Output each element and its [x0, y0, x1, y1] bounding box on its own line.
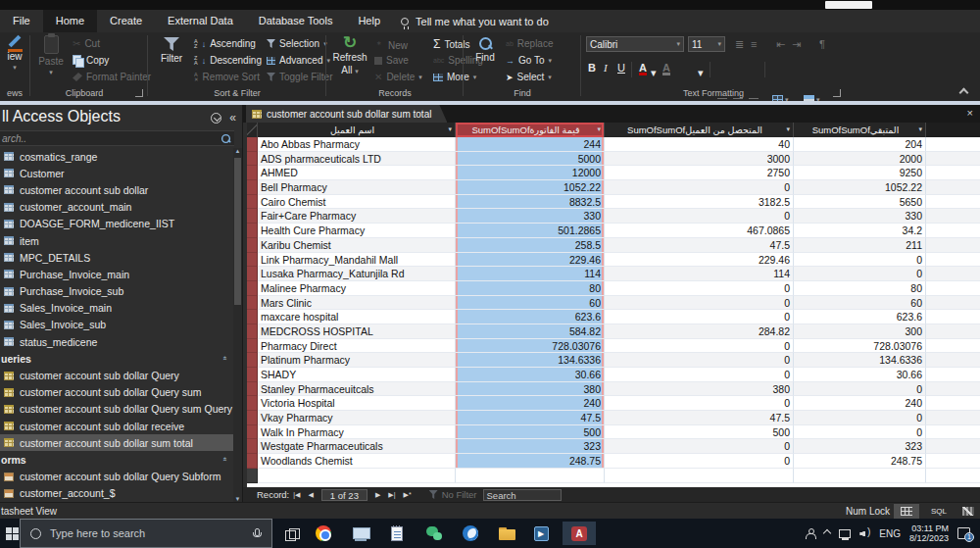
- row-selector[interactable]: [247, 238, 258, 253]
- value-cell[interactable]: 467.0865: [605, 224, 794, 238]
- value-cell[interactable]: 30.66: [456, 368, 605, 382]
- value-cell[interactable]: 30.66: [794, 368, 926, 382]
- value-cell[interactable]: 2000: [794, 152, 926, 167]
- new-record-button[interactable]: ▶*: [404, 491, 412, 499]
- value-cell[interactable]: 584.82: [456, 324, 605, 339]
- sidebar-item-table[interactable]: Customer: [0, 165, 234, 181]
- value-cell[interactable]: 330: [456, 209, 605, 224]
- value-cell[interactable]: 258.5: [456, 238, 605, 253]
- row-selector[interactable]: [247, 382, 258, 397]
- previous-record-button[interactable]: ◀: [308, 491, 313, 499]
- ribbon-tab-external-data[interactable]: External Data: [155, 10, 246, 32]
- taskbar-remote-desktop[interactable]: [349, 522, 372, 545]
- value-cell[interactable]: 0: [794, 253, 926, 268]
- value-cell[interactable]: 134.6336: [456, 353, 605, 368]
- value-cell[interactable]: 0: [605, 209, 794, 224]
- value-cell[interactable]: 0: [605, 368, 794, 382]
- value-cell[interactable]: 47.5: [456, 411, 605, 425]
- close-icon[interactable]: ×: [967, 107, 973, 120]
- value-cell[interactable]: 300: [794, 324, 926, 339]
- taskbar-wechat[interactable]: [422, 522, 446, 545]
- value-cell[interactable]: 211: [794, 238, 926, 253]
- row-selector[interactable]: [247, 296, 258, 311]
- sidebar-item-table[interactable]: item: [0, 232, 234, 249]
- value-cell[interactable]: 2750: [605, 166, 794, 180]
- customer-name-cell[interactable]: Cairo Chemist: [258, 195, 456, 210]
- action-center-icon[interactable]: 1: [957, 527, 970, 539]
- taskbar-thunderbird[interactable]: [459, 522, 482, 545]
- bold-button[interactable]: B: [588, 62, 596, 74]
- row-selector[interactable]: [247, 310, 258, 324]
- view-button[interactable]: iew ▾: [2, 35, 27, 72]
- scrollbar-thumb[interactable]: [234, 158, 241, 305]
- customer-name-cell[interactable]: Karibu Chemist: [258, 238, 456, 253]
- ribbon-tab-create[interactable]: Create: [97, 10, 155, 32]
- value-cell[interactable]: 323: [456, 439, 605, 454]
- customer-name-cell[interactable]: Lusaka Pharmacy_Katunjila Rd: [258, 267, 456, 281]
- row-selector[interactable]: [247, 166, 258, 180]
- customer-name-cell[interactable]: Westgate Pharmaceuticals: [258, 439, 456, 454]
- customer-name-cell[interactable]: AHMED: [258, 166, 456, 180]
- remove-sort-button[interactable]: A✕Remove Sort: [194, 72, 260, 82]
- toggle-filter-button[interactable]: Toggle Filter: [267, 72, 332, 82]
- nav-group-header[interactable]: orms«: [0, 451, 234, 468]
- value-cell[interactable]: 204: [794, 137, 926, 152]
- taskbar-search-box[interactable]: Type here to search: [20, 519, 272, 548]
- value-cell[interactable]: 229.46: [605, 253, 794, 268]
- customer-name-cell[interactable]: Health Cure Pharmacy: [258, 224, 456, 238]
- value-cell[interactable]: 284.82: [605, 324, 794, 339]
- ascending-button[interactable]: AZ↓Ascending: [194, 38, 256, 49]
- value-cell[interactable]: 500: [456, 425, 605, 440]
- highlight-color-button[interactable]: A: [662, 63, 670, 75]
- value-cell[interactable]: 80: [456, 281, 605, 296]
- last-record-button[interactable]: ▶|: [388, 491, 395, 499]
- new-record-button[interactable]: ＊New: [374, 38, 408, 52]
- value-cell[interactable]: 0: [794, 425, 926, 440]
- next-record-button[interactable]: ▶: [375, 491, 380, 499]
- customer-name-cell[interactable]: Walk In Pharmacy: [258, 425, 456, 440]
- sidebar-item-table[interactable]: customer_account_main: [0, 199, 234, 216]
- column-header[interactable]: SumOfSumOfقيمة الفاتورة▾: [456, 123, 605, 137]
- collapse-ribbon-chevron-icon[interactable]: [959, 88, 969, 98]
- sidebar-item-query[interactable]: customer account sub dollar Query sum Qu…: [0, 401, 234, 418]
- sidebar-item-query[interactable]: customer account sub dollar Query: [0, 367, 234, 383]
- row-selector[interactable]: [247, 339, 258, 354]
- value-cell[interactable]: 0: [605, 454, 794, 469]
- save-record-button[interactable]: Save: [374, 55, 409, 66]
- totals-button[interactable]: ΣTotals: [433, 38, 470, 50]
- font-color-button[interactable]: A: [639, 63, 647, 75]
- row-selector[interactable]: [247, 324, 258, 339]
- value-cell[interactable]: 380: [456, 382, 605, 397]
- speaker-icon[interactable]: [859, 528, 870, 538]
- ribbon-tab-file[interactable]: File: [0, 10, 43, 32]
- value-cell[interactable]: 0: [794, 411, 926, 425]
- empty-cell[interactable]: [456, 469, 605, 483]
- language-indicator[interactable]: ENG: [879, 528, 901, 539]
- value-cell[interactable]: 40: [605, 137, 794, 152]
- select-button[interactable]: ➤Select▾: [506, 72, 552, 82]
- value-cell[interactable]: 5000: [456, 152, 605, 167]
- record-search-input[interactable]: Search: [483, 489, 562, 501]
- nav-pane-search[interactable]: arch..: [0, 130, 234, 146]
- value-cell[interactable]: 1052.22: [456, 180, 605, 195]
- column-header[interactable]: SumOfSumOfالمتحصل من العميل▾: [605, 123, 794, 137]
- sidebar-item-table[interactable]: MPC_DETAILS: [0, 249, 234, 266]
- customer-name-cell[interactable]: Bell Pharmacy: [258, 180, 456, 195]
- task-view-button[interactable]: [280, 522, 304, 545]
- value-cell[interactable]: 330: [794, 209, 926, 224]
- customer-name-cell[interactable]: Stanley Pharmaceuitcals: [258, 382, 456, 397]
- font-name-combobox[interactable]: Calibri▾: [586, 36, 684, 52]
- value-cell[interactable]: 12000: [456, 166, 605, 180]
- delete-record-button[interactable]: ✕Delete▾: [374, 72, 422, 82]
- row-selector[interactable]: [247, 224, 258, 238]
- paste-button[interactable]: Paste ▾: [35, 35, 67, 76]
- font-size-combobox[interactable]: 11▾: [688, 36, 725, 52]
- scroll-up-icon[interactable]: ▲: [233, 148, 242, 154]
- descending-button[interactable]: ZA↓Descending: [194, 55, 262, 66]
- more-button[interactable]: More▾: [433, 72, 476, 82]
- value-cell[interactable]: 3182.5: [605, 195, 794, 210]
- numbering-button[interactable]: ≡: [751, 38, 757, 50]
- customer-name-cell[interactable]: Link Pharmacy_Mandahil Mall: [258, 253, 456, 268]
- filter-dropdown-icon[interactable]: ▾: [597, 125, 601, 133]
- sidebar-item-table[interactable]: Purchase_Invoice_main: [0, 266, 234, 282]
